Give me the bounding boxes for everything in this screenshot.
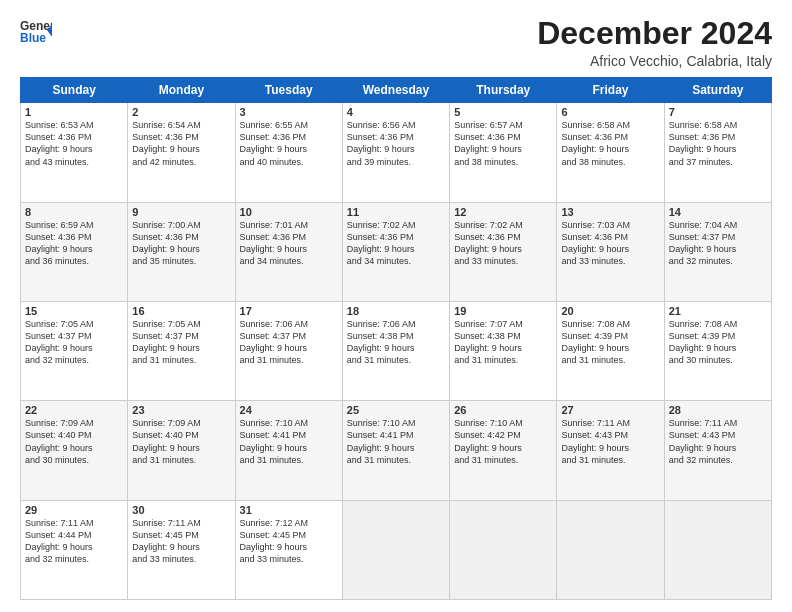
calendar-cell: 25Sunrise: 7:10 AM Sunset: 4:41 PM Dayli…: [342, 401, 449, 500]
day-info: Sunrise: 7:08 AM Sunset: 4:39 PM Dayligh…: [669, 318, 767, 367]
day-info: Sunrise: 7:02 AM Sunset: 4:36 PM Dayligh…: [454, 219, 552, 268]
calendar-cell: 7Sunrise: 6:58 AM Sunset: 4:36 PM Daylig…: [664, 103, 771, 202]
svg-text:Blue: Blue: [20, 31, 46, 45]
day-info: Sunrise: 6:53 AM Sunset: 4:36 PM Dayligh…: [25, 119, 123, 168]
day-number: 26: [454, 404, 552, 416]
day-info: Sunrise: 7:03 AM Sunset: 4:36 PM Dayligh…: [561, 219, 659, 268]
day-info: Sunrise: 7:11 AM Sunset: 4:44 PM Dayligh…: [25, 517, 123, 566]
day-number: 5: [454, 106, 552, 118]
calendar-cell: 14Sunrise: 7:04 AM Sunset: 4:37 PM Dayli…: [664, 202, 771, 301]
calendar-cell: 10Sunrise: 7:01 AM Sunset: 4:36 PM Dayli…: [235, 202, 342, 301]
day-info: Sunrise: 7:11 AM Sunset: 4:43 PM Dayligh…: [669, 417, 767, 466]
calendar-cell: [450, 500, 557, 599]
header-row: Sunday Monday Tuesday Wednesday Thursday…: [21, 78, 772, 103]
calendar-week-3: 15Sunrise: 7:05 AM Sunset: 4:37 PM Dayli…: [21, 301, 772, 400]
day-info: Sunrise: 7:04 AM Sunset: 4:37 PM Dayligh…: [669, 219, 767, 268]
calendar-cell: 18Sunrise: 7:06 AM Sunset: 4:38 PM Dayli…: [342, 301, 449, 400]
calendar-body: 1Sunrise: 6:53 AM Sunset: 4:36 PM Daylig…: [21, 103, 772, 600]
calendar-week-4: 22Sunrise: 7:09 AM Sunset: 4:40 PM Dayli…: [21, 401, 772, 500]
day-info: Sunrise: 6:56 AM Sunset: 4:36 PM Dayligh…: [347, 119, 445, 168]
calendar-cell: 22Sunrise: 7:09 AM Sunset: 4:40 PM Dayli…: [21, 401, 128, 500]
day-info: Sunrise: 7:07 AM Sunset: 4:38 PM Dayligh…: [454, 318, 552, 367]
header: General Blue December 2024 Africo Vecchi…: [20, 16, 772, 69]
day-info: Sunrise: 7:12 AM Sunset: 4:45 PM Dayligh…: [240, 517, 338, 566]
calendar-cell: 12Sunrise: 7:02 AM Sunset: 4:36 PM Dayli…: [450, 202, 557, 301]
day-info: Sunrise: 7:11 AM Sunset: 4:45 PM Dayligh…: [132, 517, 230, 566]
day-number: 27: [561, 404, 659, 416]
day-info: Sunrise: 7:00 AM Sunset: 4:36 PM Dayligh…: [132, 219, 230, 268]
col-thursday: Thursday: [450, 78, 557, 103]
calendar-week-5: 29Sunrise: 7:11 AM Sunset: 4:44 PM Dayli…: [21, 500, 772, 599]
day-number: 12: [454, 206, 552, 218]
calendar-week-2: 8Sunrise: 6:59 AM Sunset: 4:36 PM Daylig…: [21, 202, 772, 301]
day-number: 9: [132, 206, 230, 218]
col-monday: Monday: [128, 78, 235, 103]
day-number: 30: [132, 504, 230, 516]
logo: General Blue: [20, 16, 56, 48]
calendar-cell: 28Sunrise: 7:11 AM Sunset: 4:43 PM Dayli…: [664, 401, 771, 500]
day-info: Sunrise: 7:02 AM Sunset: 4:36 PM Dayligh…: [347, 219, 445, 268]
day-info: Sunrise: 6:58 AM Sunset: 4:36 PM Dayligh…: [669, 119, 767, 168]
day-number: 25: [347, 404, 445, 416]
calendar-cell: [342, 500, 449, 599]
day-info: Sunrise: 6:57 AM Sunset: 4:36 PM Dayligh…: [454, 119, 552, 168]
logo-icon: General Blue: [20, 16, 52, 48]
day-number: 14: [669, 206, 767, 218]
day-number: 11: [347, 206, 445, 218]
day-number: 29: [25, 504, 123, 516]
calendar-cell: 3Sunrise: 6:55 AM Sunset: 4:36 PM Daylig…: [235, 103, 342, 202]
day-info: Sunrise: 6:54 AM Sunset: 4:36 PM Dayligh…: [132, 119, 230, 168]
day-number: 13: [561, 206, 659, 218]
day-info: Sunrise: 7:08 AM Sunset: 4:39 PM Dayligh…: [561, 318, 659, 367]
day-info: Sunrise: 7:05 AM Sunset: 4:37 PM Dayligh…: [132, 318, 230, 367]
subtitle: Africo Vecchio, Calabria, Italy: [537, 53, 772, 69]
calendar-cell: 16Sunrise: 7:05 AM Sunset: 4:37 PM Dayli…: [128, 301, 235, 400]
calendar-cell: 29Sunrise: 7:11 AM Sunset: 4:44 PM Dayli…: [21, 500, 128, 599]
calendar-cell: 24Sunrise: 7:10 AM Sunset: 4:41 PM Dayli…: [235, 401, 342, 500]
day-info: Sunrise: 7:05 AM Sunset: 4:37 PM Dayligh…: [25, 318, 123, 367]
main-title: December 2024: [537, 16, 772, 51]
day-number: 16: [132, 305, 230, 317]
calendar-cell: 8Sunrise: 6:59 AM Sunset: 4:36 PM Daylig…: [21, 202, 128, 301]
day-number: 17: [240, 305, 338, 317]
calendar-cell: 1Sunrise: 6:53 AM Sunset: 4:36 PM Daylig…: [21, 103, 128, 202]
day-number: 18: [347, 305, 445, 317]
calendar-week-1: 1Sunrise: 6:53 AM Sunset: 4:36 PM Daylig…: [21, 103, 772, 202]
calendar-cell: [557, 500, 664, 599]
page: General Blue December 2024 Africo Vecchi…: [0, 0, 792, 612]
title-block: December 2024 Africo Vecchio, Calabria, …: [537, 16, 772, 69]
col-sunday: Sunday: [21, 78, 128, 103]
calendar-cell: 19Sunrise: 7:07 AM Sunset: 4:38 PM Dayli…: [450, 301, 557, 400]
day-number: 31: [240, 504, 338, 516]
calendar-cell: 26Sunrise: 7:10 AM Sunset: 4:42 PM Dayli…: [450, 401, 557, 500]
col-wednesday: Wednesday: [342, 78, 449, 103]
calendar-cell: 5Sunrise: 6:57 AM Sunset: 4:36 PM Daylig…: [450, 103, 557, 202]
day-number: 4: [347, 106, 445, 118]
day-number: 6: [561, 106, 659, 118]
calendar-cell: 4Sunrise: 6:56 AM Sunset: 4:36 PM Daylig…: [342, 103, 449, 202]
calendar-cell: 15Sunrise: 7:05 AM Sunset: 4:37 PM Dayli…: [21, 301, 128, 400]
day-number: 1: [25, 106, 123, 118]
day-number: 19: [454, 305, 552, 317]
day-info: Sunrise: 7:10 AM Sunset: 4:41 PM Dayligh…: [240, 417, 338, 466]
day-info: Sunrise: 7:10 AM Sunset: 4:42 PM Dayligh…: [454, 417, 552, 466]
day-number: 28: [669, 404, 767, 416]
day-info: Sunrise: 6:55 AM Sunset: 4:36 PM Dayligh…: [240, 119, 338, 168]
calendar-cell: 27Sunrise: 7:11 AM Sunset: 4:43 PM Dayli…: [557, 401, 664, 500]
day-number: 24: [240, 404, 338, 416]
calendar-cell: [664, 500, 771, 599]
day-info: Sunrise: 7:06 AM Sunset: 4:38 PM Dayligh…: [347, 318, 445, 367]
day-info: Sunrise: 7:09 AM Sunset: 4:40 PM Dayligh…: [25, 417, 123, 466]
day-number: 15: [25, 305, 123, 317]
calendar-cell: 20Sunrise: 7:08 AM Sunset: 4:39 PM Dayli…: [557, 301, 664, 400]
day-number: 23: [132, 404, 230, 416]
calendar-header: Sunday Monday Tuesday Wednesday Thursday…: [21, 78, 772, 103]
col-saturday: Saturday: [664, 78, 771, 103]
calendar-table: Sunday Monday Tuesday Wednesday Thursday…: [20, 77, 772, 600]
day-number: 8: [25, 206, 123, 218]
day-info: Sunrise: 6:59 AM Sunset: 4:36 PM Dayligh…: [25, 219, 123, 268]
day-number: 3: [240, 106, 338, 118]
calendar-cell: 17Sunrise: 7:06 AM Sunset: 4:37 PM Dayli…: [235, 301, 342, 400]
calendar-cell: 9Sunrise: 7:00 AM Sunset: 4:36 PM Daylig…: [128, 202, 235, 301]
day-info: Sunrise: 6:58 AM Sunset: 4:36 PM Dayligh…: [561, 119, 659, 168]
